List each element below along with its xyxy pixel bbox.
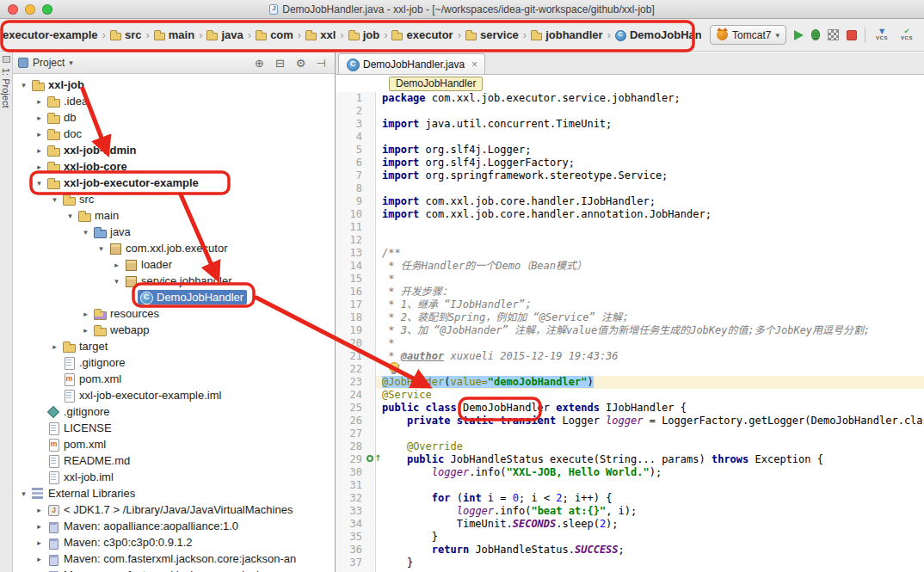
tree-toggle-icon[interactable]: ▸	[49, 342, 60, 351]
code-line[interactable]: public class DemoJobHandler extends IJob…	[376, 402, 924, 415]
tree-toggle-icon[interactable]: ▸	[34, 506, 45, 514]
tree-item[interactable]: ▸Maven: com.fasterxml.jackson.core:jacks…	[13, 567, 335, 572]
code-line[interactable]: import org.slf4j.LoggerFactory;	[376, 157, 924, 169]
line-number[interactable]: 24	[336, 389, 375, 402]
hide-panel-button[interactable]: ⊣	[313, 57, 330, 70]
code-line[interactable]: * 2、装配到Spring，例如加 “@Service” 注解；	[376, 311, 924, 324]
breadcrumb-item[interactable]: job	[348, 27, 381, 43]
tree-toggle-icon[interactable]: ▸	[34, 163, 45, 171]
tree-item[interactable]: .gitignore	[13, 403, 335, 420]
code-line[interactable]: * 任务Handler的一个Demo（Bean模式）	[376, 260, 924, 273]
tree-item[interactable]: ▸xxl-job-core	[13, 158, 335, 175]
code-line[interactable]	[376, 234, 924, 247]
code-line[interactable]: * 1、继承 “IJobHandler”；	[376, 298, 924, 311]
tree-toggle-icon[interactable]: ▾	[18, 81, 29, 89]
line-number[interactable]: 31	[336, 479, 375, 492]
tree-toggle-icon[interactable]: ▾	[111, 277, 122, 286]
code-line[interactable]: @Override	[376, 440, 924, 453]
tree-toggle-icon[interactable]: ▸	[34, 130, 45, 138]
code-line[interactable]: import org.springframework.stereotype.Se…	[376, 169, 924, 182]
tree-item[interactable]: .gitignore	[13, 354, 335, 371]
run-configuration-select[interactable]: Tomcat7 ▾	[710, 25, 786, 45]
code-line[interactable]	[376, 479, 924, 492]
line-number[interactable]: 7	[336, 169, 375, 182]
line-number[interactable]: 19	[336, 324, 375, 337]
line-number[interactable]: 26	[336, 415, 375, 427]
line-number[interactable]: 35	[336, 531, 375, 544]
line-number[interactable]: 18	[336, 311, 375, 324]
tree-toggle-icon[interactable]: ▸	[80, 326, 91, 335]
code-line[interactable]: *	[376, 337, 924, 350]
line-number[interactable]: 9	[336, 195, 375, 208]
tree-toggle-icon[interactable]: ▸	[34, 522, 45, 531]
code-line[interactable]: private static transient Logger logger =…	[376, 415, 924, 427]
line-number[interactable]: 32	[336, 492, 375, 505]
tree-item[interactable]: pom.xml	[13, 371, 335, 387]
minimize-window-button[interactable]	[25, 4, 35, 15]
code-line[interactable]: import java.util.concurrent.TimeUnit;	[376, 118, 924, 131]
breadcrumb-item[interactable]: java	[206, 27, 243, 43]
line-number[interactable]: 33	[336, 505, 375, 518]
code-line[interactable]	[376, 427, 924, 440]
code-line[interactable]	[376, 105, 924, 118]
code-line[interactable]	[376, 131, 924, 144]
tree-item[interactable]: ▸Maven: c3p0:c3p0:0.9.1.2	[13, 534, 335, 550]
tree-item[interactable]: ▸db	[13, 109, 335, 126]
code-line[interactable]: TimeUnit.SECONDS.sleep(2);	[376, 518, 924, 531]
line-number[interactable]: 6	[336, 157, 375, 169]
tree-item[interactable]: ▸.idea	[13, 93, 335, 109]
code-line[interactable]: }	[376, 557, 924, 569]
line-number[interactable]: 28	[336, 440, 375, 453]
code-line[interactable]: import com.xxl.job.core.handler.IJobHand…	[376, 195, 924, 208]
line-number[interactable]: 37	[336, 557, 375, 569]
tree-item[interactable]: ▾External Libraries	[13, 485, 335, 501]
tree-item[interactable]: pom.xml	[13, 436, 335, 452]
line-number[interactable]: 10	[336, 208, 375, 221]
tree-toggle-icon[interactable]: ▾	[80, 228, 91, 237]
tree-toggle-icon[interactable]: ▾	[18, 489, 29, 498]
code-line[interactable]: */	[376, 363, 924, 376]
code-line[interactable]: return JobHandleStatus.SUCCESS;	[376, 544, 924, 557]
tree-item[interactable]: README.md	[13, 452, 335, 469]
code-line[interactable]	[376, 221, 924, 234]
line-number[interactable]: 30	[336, 466, 375, 479]
breadcrumb-item[interactable]: service	[465, 27, 520, 43]
tree-item[interactable]: ▾xxl-job-executor-example	[13, 175, 335, 191]
settings-gear-icon[interactable]: ⚙	[293, 57, 309, 70]
breadcrumb-item[interactable]: executor	[391, 27, 453, 43]
breadcrumb-item[interactable]: main	[153, 27, 195, 43]
tree-item[interactable]: ▾java	[13, 224, 335, 240]
line-number[interactable]: 25	[336, 402, 375, 415]
coverage-button[interactable]	[828, 29, 839, 40]
collapse-all-button[interactable]: ⊟	[272, 57, 288, 70]
chevron-down-icon[interactable]: ▾	[69, 58, 73, 67]
line-number[interactable]: 14	[336, 260, 375, 273]
code-line[interactable]: * 开发步骤：	[376, 286, 924, 298]
code-line[interactable]: * @author xuxueli 2015-12-19 19:43:36	[376, 350, 924, 363]
tree-toggle-icon[interactable]: ▸	[34, 555, 45, 563]
line-number[interactable]: 2	[336, 105, 375, 118]
tree-item[interactable]: ▾src	[13, 191, 335, 207]
tree-item[interactable]: xxl-job-executor-example.iml	[13, 387, 335, 403]
code-line[interactable]: package com.xxl.job.executor.service.job…	[376, 92, 924, 105]
breadcrumb-item[interactable]: xxl	[305, 27, 336, 43]
breadcrumb-item[interactable]: com	[255, 27, 294, 43]
tree-item[interactable]: ▸doc	[13, 126, 335, 142]
tree-item[interactable]: ▸Maven: com.fasterxml.jackson.core:jacks…	[13, 550, 335, 567]
breadcrumb-item[interactable]: executor-example	[2, 27, 99, 43]
code-line[interactable]: for (int i = 0; i < 2; i++) {	[376, 492, 924, 505]
vcs-commit-button[interactable]: ✔ VCS	[898, 28, 915, 43]
line-number[interactable]: 3	[336, 118, 375, 131]
code-line[interactable]: *	[376, 273, 924, 286]
code-line[interactable]: }	[376, 531, 924, 544]
line-number[interactable]: 27	[336, 427, 375, 440]
tree-toggle-icon[interactable]: ▸	[34, 538, 45, 547]
line-number[interactable]: 34	[336, 518, 375, 531]
code-line[interactable]: @JobHander(value="demoJobHandler")	[376, 376, 924, 389]
tree-item[interactable]: LICENSE	[13, 420, 335, 436]
tree-item[interactable]: ▸Maven: aopalliance:aopalliance:1.0	[13, 518, 335, 534]
tree-item[interactable]: ▾main	[13, 207, 335, 224]
tree-toggle-icon[interactable]: ▸	[34, 97, 45, 106]
project-tool-window-button[interactable]: 1: Project	[1, 68, 11, 108]
line-number[interactable]: 36	[336, 544, 375, 557]
